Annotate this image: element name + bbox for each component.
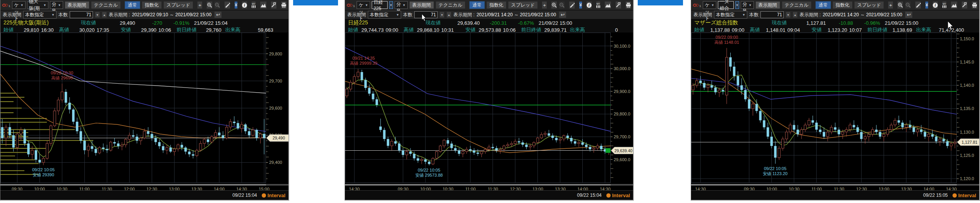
indexed-mode-button[interactable]: 指数化 xyxy=(486,1,506,9)
low-value: 1,123.20 xyxy=(824,27,847,33)
chevron-down-icon: ▼ xyxy=(365,3,368,7)
area-chart-button[interactable] xyxy=(604,1,611,9)
price-chart[interactable]: 29,80029,70029,60029,50029,40009/22 10:3… xyxy=(0,33,289,191)
technical-button[interactable]: テクニカル xyxy=(436,1,465,9)
timeframe-select[interactable]: 5分足▼ xyxy=(395,1,408,9)
technical-button[interactable]: テクニカル xyxy=(782,1,812,9)
spread-mode-button[interactable]: スプレッド xyxy=(508,1,538,9)
count-mode-select[interactable]: 本数指定▼ xyxy=(714,11,747,19)
zoom-out-button[interactable] xyxy=(905,1,911,9)
symbol-dropdown-button[interactable]: ▼ xyxy=(735,1,739,9)
brand-dot-icon xyxy=(953,193,957,198)
symbol-dropdown-button[interactable]: ▼ xyxy=(389,1,393,9)
count-mode-select[interactable]: 本数指定▼ xyxy=(23,11,57,19)
bar-count-input[interactable]: 71 xyxy=(760,11,784,18)
volume-value: 0 xyxy=(587,27,618,33)
svg-text:1,150.0: 1,150.0 xyxy=(960,36,974,41)
chevron-down-icon: ▼ xyxy=(711,3,714,7)
print-button[interactable] xyxy=(625,1,632,9)
svg-text:29,639.40: 29,639.40 xyxy=(614,148,633,153)
symbol-title: マザーズ総合指数 xyxy=(694,19,772,26)
print-button[interactable] xyxy=(971,1,978,9)
settings-wrench-button[interactable] xyxy=(961,1,968,9)
crosshair-plus-button[interactable]: ＋ xyxy=(888,1,893,9)
my-indicator-button[interactable]: MY xyxy=(251,1,256,9)
svg-text:1,130.0: 1,130.0 xyxy=(960,130,974,134)
zoom-in-button[interactable] xyxy=(206,1,213,9)
normal-mode-button[interactable]: 通常 xyxy=(469,1,485,9)
market-select[interactable]: マーケット▼ xyxy=(357,1,370,9)
my-indicator-button[interactable]: MY xyxy=(596,1,601,9)
settings-wrench-button[interactable] xyxy=(615,1,621,9)
print-button[interactable] xyxy=(281,1,287,9)
technical-button[interactable]: テクニカル xyxy=(91,1,121,9)
link-group-icon[interactable]: 1 xyxy=(693,3,701,8)
draw-pencil-button[interactable] xyxy=(915,1,921,9)
zoom-out-button[interactable] xyxy=(559,1,565,9)
indexed-mode-button[interactable]: 指数化 xyxy=(142,1,162,9)
zoom-in-button[interactable] xyxy=(897,1,903,9)
reset-period-button[interactable]: ↩ xyxy=(214,11,222,18)
toolbar-period: 表示期間 本数指定▼ 本数 71 ▼ ▲ 表示期間 : 2021/09/22 0… xyxy=(0,10,288,19)
display-period-button[interactable]: 表示期間 xyxy=(755,1,780,9)
count-down-button[interactable]: ▼ xyxy=(786,12,791,18)
yen-axis-button[interactable]: ¥ xyxy=(925,1,929,9)
draw-pencil-button[interactable] xyxy=(569,1,575,9)
count-mode-select[interactable]: 本数指定▼ xyxy=(368,11,401,19)
yen-axis-button[interactable]: ¥ xyxy=(579,1,582,9)
symbol-select[interactable]: 225先物大阪(期近)▼ xyxy=(27,1,48,9)
draw-pencil-button[interactable] xyxy=(224,1,230,9)
low-time: 10:07 xyxy=(849,27,862,33)
change-value: -270 xyxy=(135,20,162,26)
reset-period-button[interactable]: ↩ xyxy=(905,11,913,18)
market-select[interactable]: マーケット▼ xyxy=(703,1,716,9)
settings-wrench-button[interactable] xyxy=(271,1,277,9)
area-chart-button[interactable] xyxy=(260,1,267,9)
svg-text:09/22 10:05: 09/22 10:05 xyxy=(32,167,55,172)
zoom-in-icon xyxy=(551,2,557,8)
count-up-button[interactable]: ▲ xyxy=(793,12,798,18)
link-group-icon[interactable]: 1 xyxy=(347,3,355,8)
chevron-down-icon: ▼ xyxy=(58,3,61,7)
timeframe-select[interactable]: 5分足▼ xyxy=(50,1,63,9)
reset-period-button[interactable]: ↩ xyxy=(559,11,566,18)
my-indicator-icon: MY xyxy=(252,3,256,8)
symbol-input[interactable]: マザーズ総合指数 xyxy=(718,1,734,9)
normal-mode-button[interactable]: 通常 xyxy=(815,1,831,9)
market-select[interactable]: マーケット▼ xyxy=(12,1,25,9)
quote-datetime: 21/09/22 15:00 xyxy=(885,20,918,26)
crosshair-plus-button[interactable]: ＋ xyxy=(542,1,547,9)
normal-mode-button[interactable]: 通常 xyxy=(125,1,140,9)
display-period-button[interactable]: 表示期間 xyxy=(65,1,89,9)
zoom-out-button[interactable] xyxy=(214,1,220,9)
link-group-icon[interactable]: 1 xyxy=(2,3,10,8)
zoom-out-icon xyxy=(905,2,911,8)
price-chart[interactable]: 30,100.030,000.029,900.029,800.029,700.0… xyxy=(345,33,634,191)
symbol-input[interactable]: 日経225 xyxy=(372,1,388,9)
count-down-button[interactable]: ▼ xyxy=(95,12,100,18)
bar-count-input[interactable]: 71 xyxy=(70,11,93,18)
count-up-button[interactable]: ▲ xyxy=(446,12,451,18)
zoom-in-button[interactable] xyxy=(551,1,557,9)
display-period-label: 表示期間 xyxy=(3,12,21,18)
svg-text:安値 1123.20: 安値 1123.20 xyxy=(763,171,788,176)
high-value: 1,148.01 xyxy=(762,27,786,33)
info-button[interactable]: i xyxy=(242,1,247,9)
current-value: 1,127.81 xyxy=(792,20,826,26)
svg-text:1,145.0: 1,145.0 xyxy=(960,60,974,64)
current-label: 現在値 xyxy=(426,19,446,26)
timeframe-select[interactable]: 5分足▼ xyxy=(741,1,754,9)
price-chart[interactable]: 1,150.01,145.01,140.01,135.01,130.01,125… xyxy=(691,33,980,191)
my-indicator-button[interactable]: MY xyxy=(942,1,947,9)
display-period-button[interactable]: 表示期間 xyxy=(409,1,434,9)
info-button[interactable]: i xyxy=(586,1,592,9)
indexed-mode-button[interactable]: 指数化 xyxy=(832,1,853,9)
spread-mode-button[interactable]: スプレッド xyxy=(163,1,193,9)
count-up-button[interactable]: ▲ xyxy=(102,12,107,18)
info-button[interactable]: i xyxy=(932,1,938,9)
yen-axis-button[interactable]: ¥ xyxy=(234,1,238,9)
count-down-button[interactable]: ▼ xyxy=(439,12,445,18)
spread-mode-button[interactable]: スプレッド xyxy=(854,1,884,9)
crosshair-plus-button[interactable]: ＋ xyxy=(197,1,203,9)
area-chart-button[interactable] xyxy=(951,1,958,9)
